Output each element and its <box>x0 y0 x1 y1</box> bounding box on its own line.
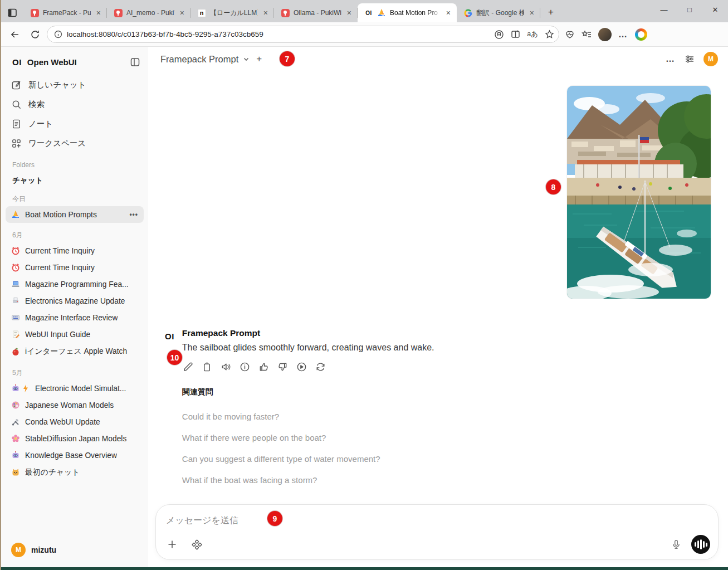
microphone-icon[interactable] <box>668 536 685 553</box>
browser-tab[interactable]: n【ローカルLLM】Framep× <box>190 3 274 22</box>
alarm-emoji-icon <box>11 246 20 255</box>
browser-tab[interactable]: FramePack - PukiWiki× <box>23 3 107 22</box>
folders-label: Folders <box>6 153 144 171</box>
browser-toolbar: localhost:8080/c/c0137b63-bf7b-4bc5-9295… <box>1 22 728 47</box>
browser-tab[interactable]: AI_memo - PukiWiki× <box>107 3 190 22</box>
note-site-favicon: n <box>197 8 206 17</box>
read-aloud-message-button[interactable] <box>220 360 232 373</box>
main-chat-area: Framepack Prompt + … M <box>148 47 728 567</box>
chat-item-selected[interactable]: Boat Motion Prompts ••• <box>6 206 144 223</box>
alarm-emoji-icon <box>11 263 20 272</box>
message-input-placeholder[interactable]: メッセージを送信 <box>166 515 708 527</box>
chat-item[interactable]: Conda WebUI Update <box>6 413 144 430</box>
site-info-icon[interactable] <box>54 30 62 38</box>
translate-icon[interactable]: aあ <box>527 30 538 39</box>
chat-item-menu-icon[interactable]: ••• <box>129 211 138 218</box>
sidebar: OI Open WebUI 新しいチャット検索ノートワークスペース Folder… <box>1 47 148 567</box>
window-close-button[interactable]: ✕ <box>702 0 728 19</box>
sidebar-item-new-chat[interactable]: 新しいチャット <box>6 75 144 95</box>
browser-tab[interactable]: 翻訳 - Google 検索× <box>457 3 540 22</box>
copy-message-button[interactable] <box>201 360 213 373</box>
chat-item[interactable]: Japanese Woman Models <box>6 397 144 413</box>
sidebar-toggle-icon[interactable] <box>130 57 140 67</box>
chat-item[interactable]: Electronics Magazine Update <box>6 293 144 309</box>
browser-profile-avatar[interactable] <box>598 28 612 41</box>
sailboat-emoji-icon <box>377 8 386 17</box>
message-composer[interactable]: メッセージを送信 <box>155 504 719 560</box>
chat-more-icon[interactable]: … <box>666 54 676 64</box>
model-name[interactable]: Framepack Prompt <box>182 328 532 338</box>
browser-essentials-icon[interactable] <box>565 30 575 40</box>
window-maximize-button[interactable]: □ <box>677 0 702 19</box>
tab-actions-menu-button[interactable] <box>1 3 23 22</box>
chat-item[interactable]: Current Time Inquiry <box>6 259 144 276</box>
today-label: 今日 <box>6 187 144 206</box>
favorite-star-icon[interactable] <box>545 30 554 39</box>
tab-close-icon[interactable]: × <box>95 8 102 17</box>
related-question[interactable]: Can you suggest a different type of wate… <box>182 449 532 470</box>
edit-message-button[interactable] <box>182 360 194 373</box>
openwebui-logo: OI <box>12 57 22 67</box>
attach-plus-button[interactable] <box>164 536 180 553</box>
chat-item[interactable]: iインターフェス Apple Watch <box>6 343 144 360</box>
regenerate-message-button[interactable] <box>315 360 327 373</box>
window-minimize-button[interactable]: — <box>651 0 677 19</box>
robot-emoji-icon <box>11 451 20 460</box>
new-tab-button[interactable]: + <box>543 4 559 21</box>
uploaded-boat-image[interactable] <box>567 86 711 299</box>
chat-item[interactable]: 最初のチャット <box>6 464 144 481</box>
thumbs-up-message-button[interactable] <box>258 360 270 373</box>
url-text[interactable]: localhost:8080/c/c0137b63-bf7b-4bc5-9295… <box>67 30 490 38</box>
related-questions-title: 関連質問 <box>182 387 532 397</box>
browser-tab-active[interactable]: OIBoat Motion Pro× <box>358 3 457 22</box>
thumbs-down-message-button[interactable] <box>277 360 289 373</box>
copilot-icon[interactable] <box>635 28 647 41</box>
sidebar-item-notes[interactable]: ノート <box>6 114 144 134</box>
header-user-avatar[interactable]: M <box>703 52 718 66</box>
sailboat-emoji-icon <box>11 210 20 219</box>
read-aloud-icon[interactable] <box>494 30 504 40</box>
split-screen-icon[interactable] <box>511 30 520 39</box>
new-chat-plus-button[interactable]: + <box>256 53 262 65</box>
annotation-badge-7: 7 <box>280 51 295 66</box>
chat-item[interactable]: StableDiffusion Japan Models <box>6 430 144 447</box>
cat-emoji-icon <box>11 468 20 477</box>
chevron-down-icon[interactable] <box>243 56 250 62</box>
browser-tab[interactable]: Ollama - PukiWiki× <box>274 3 358 22</box>
chat-item[interactable]: Magazine Programming Fea... <box>6 276 144 293</box>
folder-chat[interactable]: チャット <box>6 171 144 187</box>
chat-item[interactable]: Magazine Interface Review <box>6 309 144 326</box>
keyboard-emoji-icon <box>11 313 20 322</box>
related-question[interactable]: What if the boat was facing a storm? <box>182 470 532 491</box>
notes-icon <box>11 119 22 129</box>
tab-close-icon[interactable]: × <box>345 8 353 17</box>
chat-title[interactable]: Framepack Prompt <box>160 54 238 65</box>
sidebar-item-search[interactable]: 検索 <box>6 95 144 114</box>
chat-item[interactable]: WebUI Input Guide <box>6 326 144 343</box>
related-question[interactable]: What if there were people on the boat? <box>182 427 532 449</box>
related-question[interactable]: Could it be moving faster? <box>182 406 532 427</box>
new-chat-icon <box>11 80 22 90</box>
address-bar[interactable]: localhost:8080/c/c0137b63-bf7b-4bc5-9295… <box>47 26 559 43</box>
tab-close-icon[interactable]: × <box>528 8 536 17</box>
app-title: Open WebUI <box>27 57 124 67</box>
integrations-button[interactable] <box>188 536 205 553</box>
voice-mode-button[interactable] <box>691 535 710 554</box>
reload-button[interactable] <box>27 26 43 43</box>
chat-item[interactable]: Knowledge Base Overview <box>6 447 144 464</box>
palette-emoji-icon <box>11 401 20 410</box>
tab-close-icon[interactable]: × <box>262 8 270 17</box>
info-message-button[interactable] <box>239 360 251 373</box>
browser-settings-ellipsis-icon[interactable]: … <box>618 30 628 40</box>
robot-bolt-emoji-icon <box>11 384 30 393</box>
chat-controls-icon[interactable] <box>685 54 695 64</box>
chat-item[interactable]: Electronic Model Simulat... <box>6 380 144 397</box>
tab-close-icon[interactable]: × <box>444 8 452 17</box>
back-button[interactable] <box>7 26 23 43</box>
play-message-button[interactable] <box>296 360 308 373</box>
user-menu[interactable]: M mizutu <box>6 539 62 561</box>
tab-close-icon[interactable]: × <box>178 8 186 17</box>
sidebar-item-workspace[interactable]: ワークスペース <box>6 134 144 153</box>
favorites-bar-icon[interactable] <box>582 30 592 40</box>
chat-item[interactable]: Current Time Inquiry <box>6 242 144 259</box>
